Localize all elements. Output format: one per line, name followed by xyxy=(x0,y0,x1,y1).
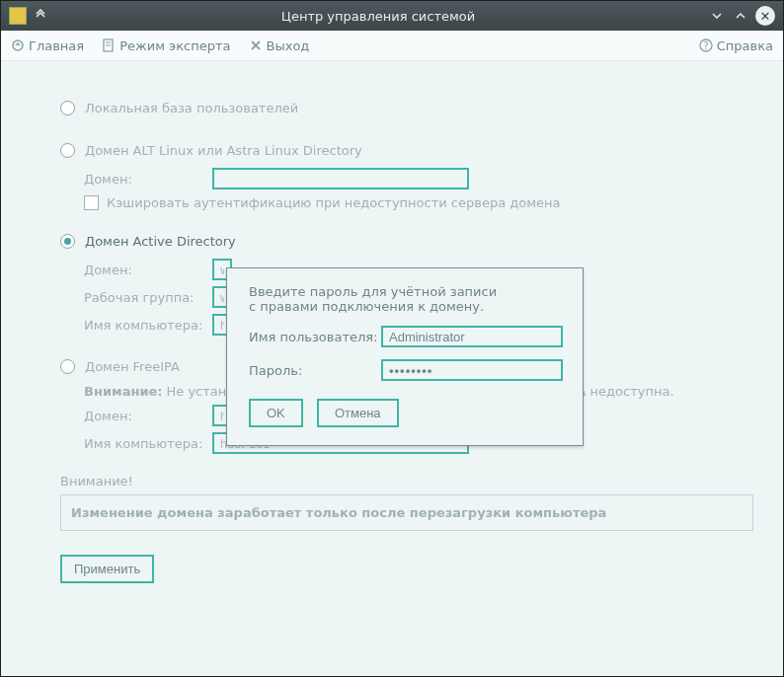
dialog-text-1: Введите пароль для учётной записи xyxy=(249,284,563,299)
main-window: Центр управления системой ✕ Главная Режи… xyxy=(0,0,784,677)
modal-overlay: Введите пароль для учётной записи с прав… xyxy=(1,1,783,676)
ok-button[interactable]: OK xyxy=(249,399,303,427)
password-input[interactable] xyxy=(381,359,563,381)
cancel-button[interactable]: Отмена xyxy=(317,399,399,427)
dialog-text-2: с правами подключения к домену. xyxy=(249,299,563,314)
password-label: Пароль: xyxy=(249,363,381,378)
username-input[interactable] xyxy=(381,326,563,347)
username-label: Имя пользователя: xyxy=(249,330,381,344)
auth-dialog: Введите пароль для учётной записи с прав… xyxy=(226,267,584,446)
